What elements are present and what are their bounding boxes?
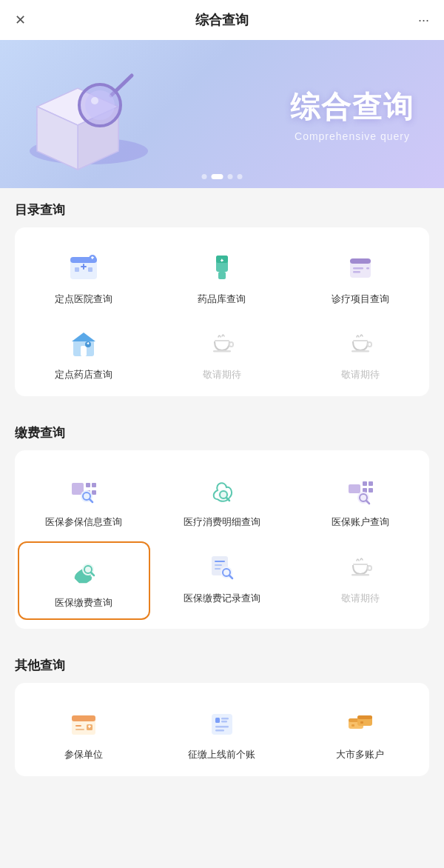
svg-rect-34 bbox=[215, 340, 229, 341]
treatment-icon bbox=[341, 248, 380, 287]
coffee-icon-2 bbox=[341, 324, 380, 362]
pharmacy-icon bbox=[64, 324, 103, 362]
payment-section: 缴费查询 医保参保信息查询 bbox=[0, 411, 444, 643]
svg-rect-25 bbox=[353, 267, 363, 270]
grid-item-pay-record[interactable]: 医保缴费记录查询 bbox=[153, 538, 292, 623]
banner-dots bbox=[202, 174, 243, 179]
account-label: 医保账户查询 bbox=[332, 515, 389, 529]
dot-1 bbox=[202, 174, 207, 179]
banner-subtitle: Comprehensive query bbox=[290, 130, 414, 142]
svg-rect-84 bbox=[215, 730, 224, 732]
header: ✕ 综合查询 ··· bbox=[0, 0, 444, 40]
treatment-label: 诊疗项目查询 bbox=[332, 293, 389, 306]
grid-item-unit[interactable]: 参保单位 bbox=[15, 695, 153, 770]
svg-rect-82 bbox=[221, 721, 227, 723]
pay-query-icon bbox=[64, 552, 103, 590]
medicine-icon bbox=[203, 248, 241, 287]
grid-item-insure-info[interactable]: 医保参保信息查询 bbox=[15, 462, 153, 538]
coffee-icon-1 bbox=[203, 324, 241, 362]
banner-illustration bbox=[15, 55, 163, 173]
unit-label: 参保单位 bbox=[64, 748, 103, 761]
svg-rect-38 bbox=[368, 342, 371, 347]
grid-item-treatment[interactable]: 诊疗项目查询 bbox=[291, 239, 429, 315]
grid-item-account[interactable]: 医保账户查询 bbox=[291, 462, 429, 538]
grid-item-consume[interactable]: 医疗消费明细查询 bbox=[153, 462, 292, 538]
svg-rect-65 bbox=[215, 568, 221, 570]
dot-2 bbox=[212, 174, 223, 179]
account-icon bbox=[341, 471, 380, 510]
contrib-icon bbox=[203, 704, 241, 742]
multi-account-label: 大市多账户 bbox=[336, 748, 384, 761]
svg-rect-13 bbox=[75, 267, 79, 272]
banner-title: 综合查询 bbox=[290, 87, 414, 127]
svg-rect-80 bbox=[215, 718, 220, 723]
svg-rect-36 bbox=[213, 350, 231, 353]
grid-item-pending2: 敬请期待 bbox=[291, 315, 429, 390]
svg-rect-71 bbox=[352, 574, 369, 576]
svg-rect-79 bbox=[212, 714, 232, 735]
payment-card: 医保参保信息查询 医疗消费明细查询 bbox=[15, 450, 429, 628]
consume-label: 医疗消费明细查询 bbox=[184, 515, 260, 529]
svg-rect-37 bbox=[353, 340, 368, 341]
svg-rect-35 bbox=[229, 342, 233, 347]
svg-rect-69 bbox=[353, 564, 368, 565]
dot-3 bbox=[228, 174, 233, 179]
grid-item-pharmacy[interactable]: 定点药店查询 bbox=[15, 315, 153, 390]
pay-record-label: 医保缴费记录查询 bbox=[184, 592, 260, 605]
pending1-label: 敬请期待 bbox=[203, 368, 241, 381]
svg-point-8 bbox=[91, 97, 98, 104]
insure-info-icon bbox=[64, 471, 103, 510]
more-icon[interactable]: ··· bbox=[418, 13, 429, 28]
svg-rect-63 bbox=[215, 561, 225, 562]
pay-query-label: 医保缴费查询 bbox=[55, 596, 112, 610]
svg-rect-33 bbox=[88, 342, 90, 344]
medicine-label: 药品库查询 bbox=[198, 293, 246, 306]
svg-rect-17 bbox=[92, 256, 93, 259]
svg-marker-29 bbox=[72, 333, 95, 341]
grid-item-multi-account[interactable]: 大市多账户 bbox=[291, 695, 429, 770]
payment-title: 缴费查询 bbox=[15, 424, 429, 441]
other-title: 其他查询 bbox=[15, 657, 429, 674]
insure-info-label: 医保参保信息查询 bbox=[45, 515, 122, 529]
pay-record-icon bbox=[203, 547, 241, 586]
catalog-title: 目录查询 bbox=[15, 201, 429, 218]
svg-rect-14 bbox=[88, 267, 92, 272]
svg-rect-30 bbox=[81, 346, 87, 356]
grid-item-pending3: 敬请期待 bbox=[291, 538, 429, 623]
svg-rect-81 bbox=[221, 718, 229, 720]
svg-rect-24 bbox=[350, 258, 371, 264]
grid-item-pay-query[interactable]: 医保缴费查询 bbox=[18, 541, 150, 620]
hospital-label: 定点医院查询 bbox=[55, 293, 112, 306]
catalog-card: 定点医院查询 药品库查询 bbox=[15, 227, 429, 396]
grid-item-hospital[interactable]: 定点医院查询 bbox=[15, 239, 153, 315]
svg-rect-89 bbox=[357, 715, 372, 719]
other-grid: 参保单位 征缴上线前个账 bbox=[15, 695, 429, 770]
other-section: 其他查询 参保单位 bbox=[0, 644, 444, 782]
svg-rect-70 bbox=[368, 566, 371, 570]
svg-rect-51 bbox=[349, 484, 360, 493]
catalog-section: 目录查询 定点医院查询 bbox=[0, 188, 444, 411]
svg-rect-73 bbox=[72, 715, 95, 721]
svg-rect-90 bbox=[360, 721, 363, 724]
svg-rect-20 bbox=[218, 272, 226, 279]
svg-rect-26 bbox=[353, 271, 360, 273]
banner: 综合查询 Comprehensive query bbox=[0, 40, 444, 188]
pending2-label: 敬请期待 bbox=[341, 368, 380, 381]
svg-rect-53 bbox=[369, 481, 373, 486]
pharmacy-label: 定点药店查询 bbox=[55, 368, 112, 381]
svg-rect-87 bbox=[352, 724, 354, 727]
svg-point-7 bbox=[85, 90, 115, 120]
svg-rect-64 bbox=[215, 564, 222, 566]
svg-line-61 bbox=[91, 572, 94, 575]
grid-item-medicine[interactable]: 药品库查询 bbox=[153, 239, 292, 315]
contrib-label: 征缴上线前个账 bbox=[188, 748, 255, 761]
svg-rect-27 bbox=[366, 267, 369, 270]
close-icon[interactable]: ✕ bbox=[15, 12, 26, 28]
svg-rect-78 bbox=[89, 725, 90, 728]
svg-rect-83 bbox=[215, 726, 229, 728]
svg-line-58 bbox=[366, 501, 369, 504]
svg-rect-12 bbox=[83, 264, 84, 270]
dot-4 bbox=[238, 174, 243, 179]
grid-item-contrib[interactable]: 征缴上线前个账 bbox=[153, 695, 292, 770]
catalog-grid: 定点医院查询 药品库查询 bbox=[15, 239, 429, 390]
